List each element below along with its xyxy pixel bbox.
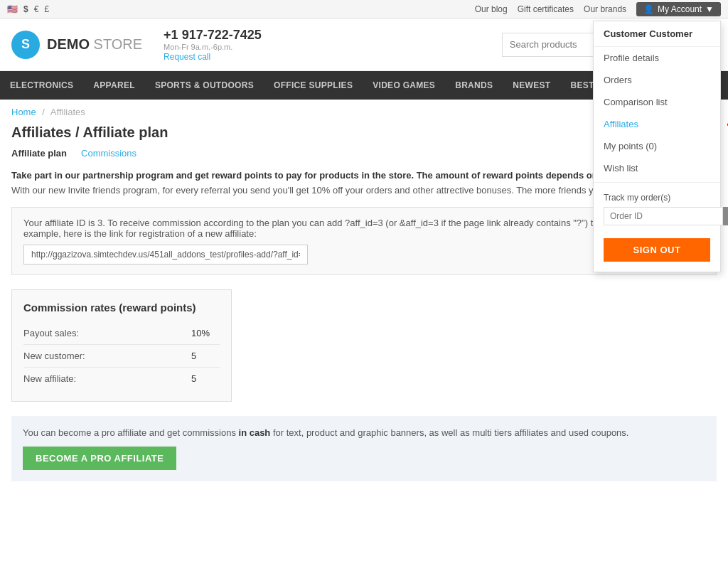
request-call-link[interactable]: Request call	[164, 52, 210, 62]
flag-icon: 🇺🇸	[7, 4, 18, 14]
commission-row-newaffiliate: New affiliate: 5	[23, 368, 220, 390]
phone-number: +1 917-722-7425	[164, 28, 262, 43]
commission-value-newaffiliate: 5	[191, 373, 220, 384]
logo-store: STORE	[94, 36, 143, 52]
track-order-button[interactable]: ▶	[723, 207, 728, 225]
track-order-section: Track my order(s) ▶	[594, 186, 720, 233]
dropdown-profile[interactable]: Profile details	[594, 47, 720, 69]
nav-brands[interactable]: Brands	[445, 71, 503, 100]
commission-value-newcustomer: 5	[191, 351, 220, 361]
currency-eur[interactable]: €	[34, 4, 39, 14]
track-order-label: Track my order(s)	[604, 193, 710, 203]
nav-videogames[interactable]: Video Games	[363, 71, 445, 100]
nav-newest[interactable]: Newest	[503, 71, 560, 100]
account-dropdown: Customer Customer Profile details Orders…	[593, 21, 721, 272]
logo: S DEMO STORE	[11, 31, 142, 59]
account-area: 👤 My Account ▼ Customer Customer Profile…	[636, 2, 721, 16]
dropdown-comparison[interactable]: Comparison list	[594, 91, 720, 113]
become-pro-button[interactable]: BECOME A PRO AFFILIATE	[23, 447, 176, 470]
breadcrumb-current: Affiliates	[50, 107, 85, 117]
order-id-input[interactable]	[604, 207, 723, 225]
nav-electronics[interactable]: Electronics	[0, 71, 83, 100]
currency-group: $ € £	[23, 4, 49, 14]
tab-affiliate-plan[interactable]: Affiliate plan	[11, 148, 67, 159]
account-label: My Account	[658, 4, 702, 14]
top-bar: 🇺🇸 $ € £ Our blog Gift certificates Our …	[0, 0, 728, 18]
top-links: Our blog Gift certificates Our brands	[475, 4, 626, 14]
dropdown-divider	[594, 182, 720, 183]
contact-info: +1 917-722-7425 Mon-Fr 9a.m.-6p.m. Reque…	[164, 28, 262, 62]
dropdown-wishlist[interactable]: Wish list	[594, 157, 720, 179]
commission-row-newcustomer: New customer: 5	[23, 345, 220, 368]
logo-icon: S	[11, 31, 40, 59]
nav-sports[interactable]: Sports & Outdoors	[145, 71, 264, 100]
blog-link[interactable]: Our blog	[475, 4, 508, 14]
logo-text: DEMO STORE	[47, 36, 142, 53]
gift-certificates-link[interactable]: Gift certificates	[518, 4, 574, 14]
commission-box: Commission rates (reward points) Payout …	[11, 289, 232, 402]
commission-value-payout: 10%	[191, 328, 220, 338]
user-icon: 👤	[643, 4, 654, 14]
commission-label-newaffiliate: New affiliate:	[23, 373, 191, 384]
commission-title: Commission rates (reward points)	[23, 301, 220, 314]
dropdown-customer-name: Customer Customer	[594, 21, 720, 47]
brands-link[interactable]: Our brands	[584, 4, 626, 14]
dropdown-affiliates[interactable]: Affiliates ↙	[594, 113, 720, 135]
nav-apparel[interactable]: Apparel	[83, 71, 145, 100]
dropdown-orders[interactable]: Orders	[594, 69, 720, 91]
pro-affiliate-text: You can become a pro affiliate and get c…	[23, 427, 705, 438]
affiliate-link-input[interactable]	[23, 245, 308, 265]
commission-label-newcustomer: New customer:	[23, 351, 191, 361]
breadcrumb-home[interactable]: Home	[11, 107, 36, 117]
nav-office[interactable]: Office Supplies	[264, 71, 363, 100]
sign-out-button[interactable]: SIGN OUT	[604, 238, 710, 262]
currency-gbp[interactable]: £	[44, 4, 49, 14]
breadcrumb-sep: /	[42, 107, 45, 117]
currency-usd[interactable]: $	[23, 4, 28, 14]
my-account-button[interactable]: 👤 My Account ▼	[636, 2, 721, 16]
business-hours: Mon-Fr 9a.m.-6p.m.	[164, 43, 262, 51]
commission-label-payout: Payout sales:	[23, 328, 191, 338]
tab-commissions[interactable]: Commissions	[81, 148, 136, 159]
commission-row-payout: Payout sales: 10%	[23, 322, 220, 345]
chevron-down-icon: ▼	[705, 4, 714, 14]
dropdown-mypoints[interactable]: My points (0)	[594, 135, 720, 157]
pro-affiliate-box: You can become a pro affiliate and get c…	[11, 416, 717, 481]
logo-demo: DEMO	[47, 36, 90, 52]
track-order-row: ▶	[604, 207, 710, 225]
